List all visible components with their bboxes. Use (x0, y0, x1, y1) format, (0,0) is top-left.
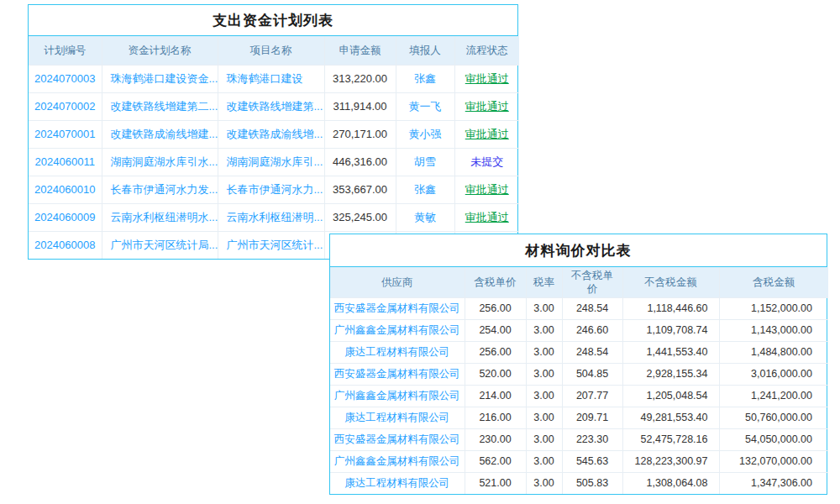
amount-value: 132,070,000.00 (719, 450, 828, 472)
project-name-link[interactable]: 珠海鹤港口建设 (218, 65, 324, 92)
plan-id-link[interactable]: 2024060009 (29, 203, 102, 231)
status-link[interactable]: 未提交 (454, 148, 519, 176)
net-price-value: 248.54 (562, 341, 622, 363)
amount-value: 1,152,000.00 (719, 297, 828, 319)
supplier-link[interactable]: 西安盛器金属材料有限公司 (330, 363, 465, 385)
plan-name-link[interactable]: 珠海鹤港口建设资金... (102, 65, 218, 92)
net-price-value: 209.71 (562, 407, 622, 428)
project-name-link[interactable]: 广州市天河区统计... (218, 231, 324, 259)
plan-col-header-name: 资金计划名称 (102, 36, 218, 65)
project-name-link[interactable]: 湖南洞庭湖水库引... (218, 148, 324, 176)
project-name-link[interactable]: 改建铁路线增建第... (218, 92, 324, 120)
material-quote-title: 材料询价对比表 (330, 234, 827, 267)
supplier-link[interactable]: 广州鑫鑫金属材料有限公司 (330, 385, 465, 407)
supplier-link[interactable]: 康达工程材料有限公司 (330, 472, 465, 494)
plan-name-link[interactable]: 云南水利枢纽潜明水... (102, 203, 218, 231)
supplier-link[interactable]: 广州鑫鑫金属材料有限公司 (330, 319, 465, 341)
plan-table-row: 2024060011湖南洞庭湖水库引水...湖南洞庭湖水库引...446,316… (29, 148, 519, 176)
amount-value: 1,143,000.00 (719, 319, 828, 341)
price-value: 256.00 (465, 341, 526, 363)
net-amount-value: 1,441,553.40 (622, 341, 719, 363)
project-name-link[interactable]: 长春市伊通河水力... (218, 176, 324, 203)
amount-value: 270,171.00 (324, 120, 396, 148)
plan-name-link[interactable]: 湖南洞庭湖水库引水... (102, 148, 218, 176)
project-name-link[interactable]: 云南水利枢纽潜明... (218, 203, 324, 231)
rate-value: 3.00 (526, 407, 562, 428)
plan-id-link[interactable]: 2024060011 (29, 148, 102, 176)
net-amount-value: 52,475,728.16 (622, 428, 719, 450)
quote-table-row: 广州鑫鑫金属材料有限公司214.003.00207.771,205,048.54… (330, 385, 828, 407)
quote-col-header-net-amount: 不含税金额 (622, 267, 719, 297)
price-value: 520.00 (465, 363, 526, 385)
rate-value: 3.00 (526, 319, 562, 341)
rate-value: 3.00 (526, 472, 562, 494)
plan-table-row: 2024070002改建铁路线增建第二...改建铁路线增建第...311,914… (29, 92, 519, 120)
plan-table-row: 2024060009云南水利枢纽潜明水...云南水利枢纽潜明...325,245… (29, 203, 519, 231)
reporter-link[interactable]: 胡雪 (396, 148, 454, 176)
plan-name-link[interactable]: 长春市伊通河水力发... (102, 176, 218, 203)
net-price-value: 248.54 (562, 297, 622, 319)
status-link[interactable]: 审批通过 (454, 92, 519, 120)
plan-id-link[interactable]: 2024070003 (29, 65, 102, 92)
plan-name-link[interactable]: 广州市天河区统计局... (102, 231, 218, 259)
quote-table-row: 康达工程材料有限公司256.003.00248.541,441,553.401,… (330, 341, 828, 363)
quote-table-row: 康达工程材料有限公司521.003.00505.831,308,064.081,… (330, 472, 828, 494)
reporter-link[interactable]: 黄敏 (396, 203, 454, 231)
plan-table-row: 2024060010长春市伊通河水力发...长春市伊通河水力...353,667… (29, 176, 519, 203)
status-link[interactable]: 审批通过 (454, 120, 519, 148)
plan-id-link[interactable]: 2024070001 (29, 120, 102, 148)
rate-value: 3.00 (526, 428, 562, 450)
price-value: 256.00 (465, 297, 526, 319)
price-value: 230.00 (465, 428, 526, 450)
status-link[interactable]: 审批通过 (454, 176, 519, 203)
amount-value: 446,316.00 (324, 148, 396, 176)
status-link[interactable]: 审批通过 (454, 203, 519, 231)
supplier-link[interactable]: 西安盛器金属材料有限公司 (330, 297, 465, 319)
quote-table-row: 广州鑫鑫金属材料有限公司254.003.00246.601,109,708.74… (330, 319, 828, 341)
plan-table-row: 2024070001改建铁路成渝线增建...改建铁路成渝线增...270,171… (29, 120, 519, 148)
net-price-value: 246.60 (562, 319, 622, 341)
reporter-link[interactable]: 黄小强 (396, 120, 454, 148)
quote-table-row: 广州鑫鑫金属材料有限公司562.003.00545.63128,223,300.… (330, 450, 828, 472)
quote-col-header-price: 含税单价 (465, 267, 526, 297)
status-link[interactable]: 审批通过 (454, 65, 519, 92)
plan-name-link[interactable]: 改建铁路成渝线增建... (102, 120, 218, 148)
net-price-value: 504.85 (562, 363, 622, 385)
reporter-link[interactable]: 黄一飞 (396, 92, 454, 120)
quote-table-row: 康达工程材料有限公司216.003.00209.7149,281,553.405… (330, 407, 828, 428)
net-price-value: 545.63 (562, 450, 622, 472)
reporter-link[interactable]: 张鑫 (396, 65, 454, 92)
supplier-link[interactable]: 广州鑫鑫金属材料有限公司 (330, 450, 465, 472)
net-price-value: 207.77 (562, 385, 622, 407)
price-value: 521.00 (465, 472, 526, 494)
supplier-link[interactable]: 康达工程材料有限公司 (330, 407, 465, 428)
reporter-link[interactable]: 张鑫 (396, 176, 454, 203)
plan-col-header-id: 计划编号 (29, 36, 102, 65)
plan-id-link[interactable]: 2024060008 (29, 231, 102, 259)
plan-name-link[interactable]: 改建铁路线增建第二... (102, 92, 218, 120)
quote-table-row: 西安盛器金属材料有限公司230.003.00223.3052,475,728.1… (330, 428, 828, 450)
amount-value: 353,667.00 (324, 176, 396, 203)
price-value: 254.00 (465, 319, 526, 341)
plan-table-body: 2024070003珠海鹤港口建设资金...珠海鹤港口建设313,220.00张… (29, 65, 519, 259)
amount-value: 313,220.00 (324, 65, 396, 92)
net-amount-value: 1,308,064.08 (622, 472, 719, 494)
price-value: 562.00 (465, 450, 526, 472)
plan-id-link[interactable]: 2024070002 (29, 92, 102, 120)
plan-col-header-project: 项目名称 (218, 36, 324, 65)
quote-col-header-supplier: 供应商 (330, 267, 465, 297)
supplier-link[interactable]: 西安盛器金属材料有限公司 (330, 428, 465, 450)
plan-col-header-reporter: 填报人 (396, 36, 454, 65)
plan-header-row: 计划编号 资金计划名称 项目名称 申请金额 填报人 流程状态 (29, 36, 519, 65)
net-price-value: 223.30 (562, 428, 622, 450)
quote-header-row: 供应商 含税单价 税率 不含税单价 不含税金额 含税金额 (330, 267, 828, 297)
project-name-link[interactable]: 改建铁路成渝线增... (218, 120, 324, 148)
amount-value: 1,484,800.00 (719, 341, 828, 363)
quote-table-body: 西安盛器金属材料有限公司256.003.00248.541,118,446.60… (330, 297, 828, 494)
net-price-value: 505.83 (562, 472, 622, 494)
plan-id-link[interactable]: 2024060010 (29, 176, 102, 203)
amount-value: 54,050,000.00 (719, 428, 828, 450)
supplier-link[interactable]: 康达工程材料有限公司 (330, 341, 465, 363)
quote-col-header-net-price: 不含税单价 (562, 267, 622, 297)
rate-value: 3.00 (526, 363, 562, 385)
